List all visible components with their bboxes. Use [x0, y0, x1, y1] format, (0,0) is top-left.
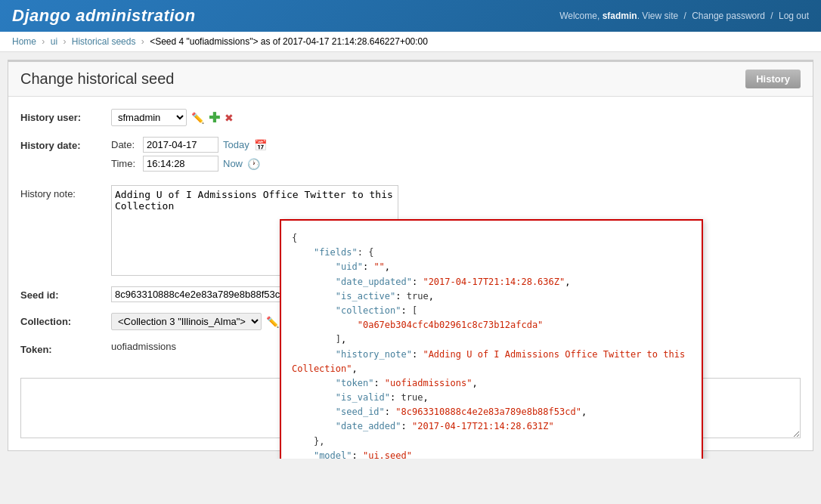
welcome-text: Welcome, [559, 11, 599, 21]
breadcrumb-home[interactable]: Home [12, 36, 36, 47]
history-date-field: Date: Today 📅 Time: Now 🕐 [111, 137, 801, 175]
history-button[interactable]: History [745, 70, 801, 88]
clock-icon[interactable]: 🕐 [247, 158, 260, 170]
seed-id-label: Seed id: [20, 286, 111, 301]
add-icon[interactable]: ✚ [209, 110, 220, 126]
time-input[interactable] [143, 156, 218, 172]
collection-select[interactable]: <Collection 3 "Illinois_Alma"> [111, 313, 262, 330]
delete-icon[interactable]: ✖ [225, 112, 234, 124]
date-row: Date: Today 📅 [111, 137, 801, 153]
log-out-link[interactable]: Log out [779, 11, 809, 21]
today-button[interactable]: Today [223, 139, 249, 150]
breadcrumb-current: <Seed 4 "uofiadmissions"> as of 2017-04-… [150, 36, 428, 47]
header: Django administration Welcome, sfadmin. … [0, 0, 821, 32]
json-popup: { "fields": { "uid": "", "date_updated":… [280, 219, 703, 459]
history-date-row: History date: Date: Today 📅 Time: Now 🕐 [20, 137, 801, 175]
page-header: Change historical seed History [8, 62, 813, 97]
time-label: Time: [111, 158, 138, 169]
header-nav: Welcome, sfadmin. View site / Change pas… [559, 11, 809, 21]
time-row: Time: Now 🕐 [111, 156, 801, 172]
history-note-label: History note: [20, 185, 111, 199]
date-input[interactable] [143, 137, 218, 153]
breadcrumb-historical-seeds[interactable]: Historical seeds [72, 36, 136, 47]
history-user-field: sfmadmin ✏️ ✚ ✖ [111, 109, 801, 126]
token-label: Token: [20, 341, 111, 355]
breadcrumb-ui[interactable]: ui [51, 36, 57, 47]
calendar-icon[interactable]: 📅 [254, 139, 267, 151]
history-date-label: History date: [20, 137, 111, 151]
app-title: Django administration [12, 6, 196, 26]
history-user-row: History user: sfmadmin ✏️ ✚ ✖ [20, 109, 801, 126]
now-button[interactable]: Now [223, 158, 243, 169]
token-value: uofiadmissions [111, 341, 176, 352]
page-title: Change historical seed [20, 70, 174, 88]
collection-label: Collection: [20, 313, 111, 327]
seed-id-input[interactable] [111, 286, 293, 302]
change-password-link[interactable]: Change password [692, 11, 765, 21]
date-label: Date: [111, 139, 138, 150]
history-user-select[interactable]: sfmadmin [111, 109, 187, 126]
history-user-label: History user: [20, 109, 111, 123]
view-site-link[interactable]: View site [642, 11, 678, 21]
username: sfadmin [603, 11, 637, 21]
collection-edit-icon[interactable]: ✏️ [266, 316, 279, 328]
breadcrumb: Home › ui › Historical seeds › <Seed 4 "… [0, 32, 821, 52]
edit-icon[interactable]: ✏️ [191, 112, 204, 124]
